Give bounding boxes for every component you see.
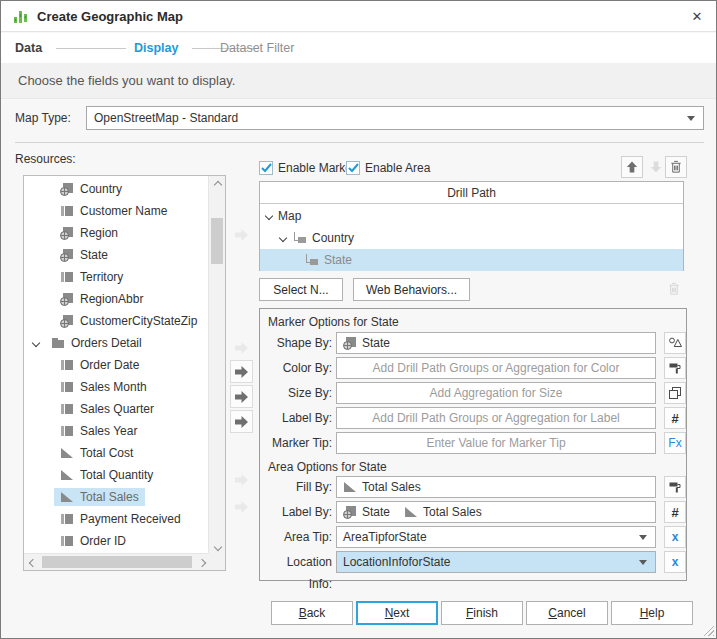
chevron-down-icon <box>639 560 647 565</box>
resource-item-region[interactable]: Region <box>24 222 208 244</box>
resource-folder-orders-detail[interactable]: Orders Detail <box>24 332 208 354</box>
chevron-down-icon[interactable] <box>265 212 273 220</box>
back-button[interactable]: Back <box>271 601 353 625</box>
chevron-down-icon[interactable] <box>279 234 287 242</box>
geo-column-icon <box>60 226 74 240</box>
column-icon <box>60 402 74 416</box>
location-info-dropdown[interactable]: LocationInfoforState <box>336 551 656 573</box>
delete-trash-icon-disabled <box>663 278 685 300</box>
resource-item-total-sales[interactable]: Total Sales <box>24 486 208 508</box>
divider <box>15 142 704 143</box>
resource-item-order-id[interactable]: Order ID <box>24 530 208 552</box>
resource-item-customer-name[interactable]: Customer Name <box>24 200 208 222</box>
vertical-scroll-thumb[interactable] <box>211 218 223 264</box>
shape-by-field[interactable]: State <box>336 332 656 354</box>
enable-area-checkbox[interactable] <box>346 161 360 175</box>
fill-by-label: Fill By: <box>260 476 332 498</box>
shape-by-label: Shape By: <box>260 332 332 354</box>
fill-by-field[interactable]: Total Sales <box>336 476 656 498</box>
select-n-button[interactable]: Select N... <box>259 278 343 301</box>
shape-style-icon[interactable] <box>664 332 686 354</box>
app-chart-icon <box>13 9 29 25</box>
move-right-icon[interactable] <box>230 410 253 433</box>
resource-item-order-date[interactable]: Order Date <box>24 354 208 376</box>
resource-item-total-quantity[interactable]: Total Quantity <box>24 464 208 486</box>
resource-item-state[interactable]: State <box>24 244 208 266</box>
paint-roller-icon[interactable] <box>664 357 686 379</box>
color-by-field[interactable]: Add Drill Path Groups or Aggregation for… <box>336 357 656 379</box>
drill-node-state[interactable]: State <box>260 249 683 271</box>
drill-path-panel: Drill Path Map Country State <box>259 181 684 271</box>
marker-label-by-field[interactable]: Add Drill Path Groups or Aggregation for… <box>336 407 656 429</box>
clear-x-icon[interactable]: x <box>664 526 686 548</box>
help-button[interactable]: Help <box>611 601 693 625</box>
paint-roller-icon[interactable] <box>664 476 686 498</box>
resource-item-sales-month[interactable]: Sales Month <box>24 376 208 398</box>
move-right-icon-disabled <box>230 223 253 246</box>
measure-icon <box>60 468 74 482</box>
resource-item-payment-received[interactable]: Payment Received <box>24 508 208 530</box>
folder-icon <box>51 336 65 350</box>
enable-marker-checkbox[interactable] <box>259 161 273 175</box>
close-icon[interactable]: ✕ <box>689 9 705 25</box>
scroll-up-icon[interactable] <box>209 176 226 193</box>
enable-marker-label: Enable Marker <box>278 158 356 178</box>
measure-icon <box>343 480 357 494</box>
map-type-value: OpenStreetMap - Standard <box>94 111 238 125</box>
formula-fx-icon[interactable]: Fx <box>664 432 686 454</box>
measure-icon <box>60 490 74 504</box>
move-right-icon[interactable] <box>230 385 253 408</box>
resource-item-territory[interactable]: Territory <box>24 266 208 288</box>
delete-trash-icon[interactable] <box>665 156 687 178</box>
map-type-select[interactable]: OpenStreetMap - Standard <box>86 106 704 130</box>
drill-node-country[interactable]: Country <box>260 227 683 249</box>
clear-x-icon[interactable]: x <box>664 551 686 573</box>
resource-item-sales-quarter[interactable]: Sales Quarter <box>24 398 208 420</box>
hierarchy-icon <box>304 253 318 267</box>
scroll-left-icon[interactable] <box>24 554 41 571</box>
area-label-by-field[interactable]: State Total Sales <box>336 501 656 523</box>
chevron-down-icon[interactable] <box>32 339 40 347</box>
resource-item-country[interactable]: Country <box>24 178 208 200</box>
resource-item-regionabbr[interactable]: RegionAbbr <box>24 288 208 310</box>
title-bar: Create Geographic Map ✕ <box>1 1 716 32</box>
measure-icon <box>60 446 74 460</box>
move-right-icon[interactable] <box>230 360 253 383</box>
size-squares-icon[interactable] <box>664 382 686 404</box>
location-info-label: Location Info: <box>260 551 332 595</box>
horizontal-scrollbar[interactable] <box>24 553 210 570</box>
web-behaviors-button[interactable]: Web Behaviors... <box>353 278 470 301</box>
area-tip-label: Area Tip: <box>260 526 332 548</box>
step-connector <box>56 48 126 49</box>
create-geographic-map-dialog: Create Geographic Map ✕ Data Display Dat… <box>0 0 717 639</box>
resize-grip[interactable] <box>701 623 714 636</box>
finish-button[interactable]: Finish <box>441 601 523 625</box>
geo-column-icon <box>343 336 357 350</box>
vertical-scrollbar[interactable] <box>208 176 225 555</box>
move-up-icon[interactable] <box>621 156 643 178</box>
step-display[interactable]: Display <box>134 33 178 63</box>
resource-item-sales-year[interactable]: Sales Year <box>24 420 208 442</box>
drill-node-map[interactable]: Map <box>260 205 683 227</box>
next-button[interactable]: Next <box>356 601 438 625</box>
area-options-title: Area Options for State <box>268 459 387 475</box>
resource-item-total-cost[interactable]: Total Cost <box>24 442 208 464</box>
page-subtitle: Choose the fields you want to display. <box>1 63 716 99</box>
cancel-button[interactable]: Cancel <box>526 601 608 625</box>
step-dataset-filter[interactable]: Dataset Filter <box>220 33 294 63</box>
drill-path-header: Drill Path <box>260 182 683 204</box>
scrollbar-corner <box>208 553 225 570</box>
move-down-icon-disabled <box>645 156 667 178</box>
step-data[interactable]: Data <box>15 33 42 63</box>
resources-label: Resources: <box>15 152 76 166</box>
wizard-steps: Data Display Dataset Filter <box>1 33 716 63</box>
marker-tip-field[interactable]: Enter Value for Marker Tip <box>336 432 656 454</box>
field-chip: State <box>343 505 390 519</box>
size-by-field[interactable]: Add Aggregation for Size <box>336 382 656 404</box>
geo-column-icon <box>60 248 74 262</box>
number-format-icon[interactable]: # <box>664 501 686 523</box>
area-tip-dropdown[interactable]: AreaTipforState <box>336 526 656 548</box>
horizontal-scroll-thumb[interactable] <box>42 556 192 568</box>
resource-item-customercitystatezip[interactable]: CustomerCityStateZip <box>24 310 208 332</box>
number-format-icon[interactable]: # <box>664 407 686 429</box>
